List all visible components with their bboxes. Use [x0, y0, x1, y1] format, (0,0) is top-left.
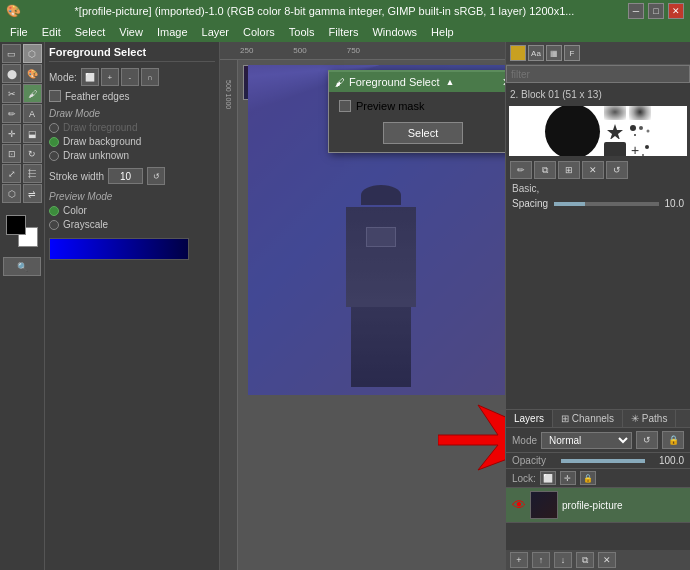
large-brush-sample	[545, 106, 600, 156]
menu-edit[interactable]: Edit	[36, 24, 67, 40]
brush-copy-btn[interactable]: ⧉	[534, 161, 556, 179]
minimize-button[interactable]: ─	[628, 3, 644, 19]
brushes-panel: Aa ▦ F 2. Block 01 (51 x 13)	[506, 42, 690, 410]
fg-dialog-close[interactable]: ✕	[502, 76, 505, 89]
draw-unknown-radio[interactable]	[49, 151, 59, 161]
new-layer-btn[interactable]: +	[510, 552, 528, 568]
lock-all-btn[interactable]: 🔒	[580, 471, 596, 485]
tab-layers[interactable]: Layers	[506, 410, 553, 427]
tool-rect-select[interactable]: ▭	[2, 44, 21, 63]
draw-fg-radio[interactable]	[49, 123, 59, 133]
svg-point-3	[639, 126, 643, 130]
layer-lock-btn[interactable]: 🔒	[662, 431, 684, 449]
preview-mask-checkbox[interactable]	[339, 100, 351, 112]
layer-list: 👁 profile-picture	[506, 488, 690, 550]
tool-align[interactable]: ⬓	[23, 124, 42, 143]
tool-perspective[interactable]: ⬡	[2, 184, 21, 203]
menu-file[interactable]: File	[4, 24, 34, 40]
layer-row: 👁 profile-picture	[506, 488, 690, 523]
mode-intersect[interactable]: ∩	[141, 68, 159, 86]
grayscale-radio[interactable]	[49, 220, 59, 230]
tool-rotate[interactable]: ↻	[23, 144, 42, 163]
menu-layer[interactable]: Layer	[196, 24, 236, 40]
brush-refresh-btn[interactable]: ↺	[606, 161, 628, 179]
tool-crop[interactable]: ⊡	[2, 144, 21, 163]
brushes-panel-header: Aa ▦ F	[506, 42, 690, 65]
brush-sample-star	[604, 123, 626, 139]
lock-pixels-btn[interactable]: ⬜	[540, 471, 556, 485]
menu-help[interactable]: Help	[425, 24, 460, 40]
mode-subtract[interactable]: -	[121, 68, 139, 86]
layers-tabs: Layers ⊞ Channels ✳ Paths	[506, 410, 690, 428]
mode-add[interactable]: +	[101, 68, 119, 86]
tab-channels[interactable]: ⊞ Channels	[553, 410, 623, 427]
tool-paths[interactable]: ✏	[2, 104, 21, 123]
tool-free-select[interactable]: ⬡	[23, 44, 42, 63]
raise-layer-btn[interactable]: ↑	[532, 552, 550, 568]
gradient-icon[interactable]: ▦	[546, 45, 562, 61]
mode-replace[interactable]: ⬜	[81, 68, 99, 86]
spacing-value: 10.0	[665, 198, 684, 209]
tool-flip[interactable]: ⇌	[23, 184, 42, 203]
lower-layer-btn[interactable]: ↓	[554, 552, 572, 568]
brush-delete-btn[interactable]: ✕	[582, 161, 604, 179]
draw-fg-label: Draw foreground	[63, 122, 137, 133]
layer-mode-reset[interactable]: ↺	[636, 431, 658, 449]
menu-windows[interactable]: Windows	[366, 24, 423, 40]
font-icon[interactable]: F	[564, 45, 580, 61]
tool-fuzzy-select[interactable]: ⬤	[2, 64, 21, 83]
menu-image[interactable]: Image	[151, 24, 194, 40]
fg-dialog-sort-icon: ▲	[446, 77, 455, 87]
tool-move[interactable]: ✛	[2, 124, 21, 143]
maximize-button[interactable]: □	[648, 3, 664, 19]
color-label: Color	[63, 205, 87, 216]
grayscale-preview-row: Grayscale	[49, 219, 215, 230]
duplicate-layer-btn[interactable]: ⧉	[576, 552, 594, 568]
stroke-reset[interactable]: ↺	[147, 167, 165, 185]
menu-view[interactable]: View	[113, 24, 149, 40]
ruler-tick-500: 500	[293, 46, 306, 55]
tool-text[interactable]: A	[23, 104, 42, 123]
pattern-icon[interactable]: Aa	[528, 45, 544, 61]
lock-position-btn[interactable]: ✛	[560, 471, 576, 485]
color-radio[interactable]	[49, 206, 59, 216]
canvas-area[interactable]: 250 500 750 500 1000 ✕	[220, 42, 505, 570]
layer-name[interactable]: profile-picture	[562, 500, 684, 511]
brush-action-row: ✏ ⧉ ⊞ ✕ ↺	[506, 159, 690, 181]
fg-color-swatch[interactable]	[6, 215, 26, 235]
menu-filters[interactable]: Filters	[323, 24, 365, 40]
zoom-tool[interactable]: 🔍	[3, 257, 41, 276]
title-bar-icon: 🎨	[6, 4, 21, 18]
opacity-slider[interactable]	[561, 459, 645, 463]
fg-dialog: 🖌 Foreground Select ▲ ✕ Preview mask Sel…	[328, 70, 505, 153]
layer-visibility-icon[interactable]: 👁	[512, 497, 526, 513]
brush-filter-input[interactable]	[506, 65, 690, 83]
menu-select[interactable]: Select	[69, 24, 112, 40]
delete-layer-btn[interactable]: ✕	[598, 552, 616, 568]
tool-shear[interactable]: ⬱	[23, 164, 42, 183]
menu-colors[interactable]: Colors	[237, 24, 281, 40]
fg-select-button[interactable]: Select	[383, 122, 463, 144]
brush-sample-2	[629, 106, 651, 120]
tool-scissors[interactable]: ✂	[2, 84, 21, 103]
svg-point-2	[630, 125, 636, 131]
ruler-tick-250: 250	[240, 46, 253, 55]
draw-bg-radio[interactable]	[49, 137, 59, 147]
tool-by-color[interactable]: 🎨	[23, 64, 42, 83]
spacing-slider[interactable]	[554, 202, 658, 206]
grayscale-label: Grayscale	[63, 219, 108, 230]
brush-paste-btn[interactable]: ⊞	[558, 161, 580, 179]
layers-mode-select[interactable]: Normal Multiply Screen	[541, 432, 632, 449]
brush-sample-rect	[604, 142, 626, 156]
tool-fg-select[interactable]: 🖌	[23, 84, 42, 103]
toolbox: ▭ ⬡ ⬤ 🎨 ✂ 🖌 ✏ A ✛ ⬓ ⊡ ↻ ⤢ ⬱ ⬡ ⇌ 🔍	[0, 42, 45, 570]
color-icon[interactable]	[510, 45, 526, 61]
menu-tools[interactable]: Tools	[283, 24, 321, 40]
brush-preview-area: +	[509, 106, 687, 156]
brush-edit-btn[interactable]: ✏	[510, 161, 532, 179]
close-button[interactable]: ✕	[668, 3, 684, 19]
tool-scale[interactable]: ⤢	[2, 164, 21, 183]
tab-paths[interactable]: ✳ Paths	[623, 410, 676, 427]
feather-checkbox[interactable]	[49, 90, 61, 102]
stroke-input[interactable]	[108, 168, 143, 184]
